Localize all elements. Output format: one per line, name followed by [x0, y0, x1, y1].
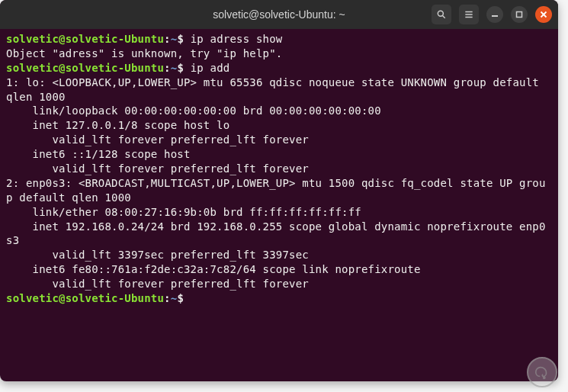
window-title: solvetic@solvetic-Ubuntu: ~	[213, 8, 345, 21]
output-line: valid_lft forever preferred_lft forever	[6, 278, 309, 290]
titlebar: solvetic@solvetic-Ubuntu: ~	[0, 0, 558, 29]
prompt-dollar: $	[177, 33, 184, 45]
output-line: link/ether 08:00:27:16:9b:0b brd ff:ff:f…	[6, 206, 361, 218]
output-line: inet6 ::1/128 scope host	[6, 148, 197, 160]
prompt-user: solvetic@solvetic-Ubuntu	[6, 33, 164, 45]
command-2: ip add	[191, 62, 230, 74]
output-line: valid_lft forever preferred_lft forever	[6, 162, 309, 175]
output-line: inet 127.0.0.1/8 scope host lo	[6, 119, 229, 131]
prompt-user: solvetic@solvetic-Ubuntu	[6, 292, 164, 304]
output-line: 2: enp0s3: <BROADCAST,MULTICAST,UP,LOWER…	[6, 177, 546, 204]
svg-point-0	[438, 11, 443, 16]
menu-icon[interactable]	[459, 5, 479, 24]
output-line: valid_lft 3397sec preferred_lft 3397sec	[6, 249, 309, 261]
svg-rect-6	[517, 12, 522, 18]
output-error: Object "adress" is unknown, try "ip help…	[6, 47, 282, 59]
terminal-content[interactable]: solvetic@solvetic-Ubuntu:~$ ip adress sh…	[0, 29, 558, 309]
prompt-colon: :	[164, 33, 171, 45]
prompt-user: solvetic@solvetic-Ubuntu	[6, 62, 164, 74]
svg-point-9	[544, 377, 545, 378]
titlebar-controls	[432, 5, 552, 24]
prompt-dollar: $	[177, 292, 184, 304]
output-line: link/loopback 00:00:00:00:00:00 brd 00:0…	[6, 104, 381, 117]
prompt-colon: :	[164, 62, 171, 74]
output-line: valid_lft forever preferred_lft forever	[6, 133, 309, 146]
prompt-dollar: $	[177, 62, 184, 74]
terminal-window: solvetic@solvetic-Ubuntu: ~ solvetic@sol…	[0, 0, 558, 381]
close-button[interactable]	[535, 6, 552, 23]
command-1: ip adress show	[191, 33, 283, 45]
minimize-button[interactable]	[486, 6, 503, 23]
watermark-icon	[527, 357, 557, 387]
output-line: 1: lo: <LOOPBACK,UP,LOWER_UP> mtu 65536 …	[6, 76, 546, 103]
svg-line-1	[442, 15, 444, 18]
output-line: inet6 fe80::761a:f2de:c32a:7c82/64 scope…	[6, 263, 427, 275]
maximize-button[interactable]	[511, 6, 528, 23]
output-line: inet 192.168.0.24/24 brd 192.168.0.255 s…	[6, 220, 546, 247]
prompt-colon: :	[164, 292, 171, 304]
search-icon[interactable]	[432, 5, 451, 24]
